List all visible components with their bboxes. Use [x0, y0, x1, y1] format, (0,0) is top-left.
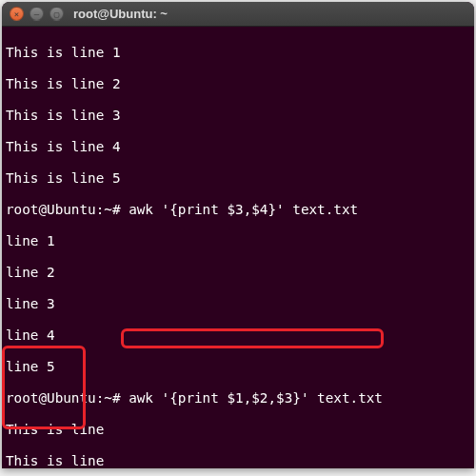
prompt-path: ~: [104, 202, 112, 217]
prompt-symbol: #: [112, 390, 121, 406]
output-line: This is line: [6, 422, 470, 438]
window-controls: × – ▢: [10, 7, 64, 21]
prompt-line: root@Ubuntu:~# awk '{print $1,$2,$3}' te…: [6, 390, 470, 407]
prompt-symbol: #: [112, 202, 121, 217]
prompt-path: ~: [104, 390, 112, 406]
terminal-window: × – ▢ root@Ubuntu: ~ This is line 1 This…: [2, 2, 474, 468]
maximize-icon[interactable]: ▢: [50, 7, 64, 21]
prompt-line: root@Ubuntu:~# awk '{print $3,$4}' text.…: [6, 202, 470, 218]
prompt-user: root@Ubuntu: [6, 390, 96, 406]
output-line: This is line 4: [6, 139, 470, 155]
output-line: line 1: [6, 233, 470, 249]
output-line: This is line 1: [6, 45, 470, 61]
output-line: This is line: [6, 453, 470, 469]
titlebar[interactable]: × – ▢ root@Ubuntu: ~: [2, 2, 474, 27]
prompt-user: root@Ubuntu: [6, 202, 96, 217]
command-text: awk '{print $1,$2,$3}' text.txt: [129, 390, 383, 406]
window-title: root@Ubuntu: ~: [73, 7, 168, 21]
output-line: line 4: [6, 327, 470, 344]
output-line: line 2: [6, 265, 470, 281]
terminal-body[interactable]: This is line 1 This is line 2 This is li…: [2, 27, 474, 468]
output-line: line 5: [6, 359, 470, 375]
output-line: This is line 3: [6, 108, 470, 124]
output-line: This is line 2: [6, 76, 470, 92]
close-icon[interactable]: ×: [10, 7, 24, 21]
command-text: awk '{print $3,$4}' text.txt: [129, 202, 358, 217]
minimize-icon[interactable]: –: [30, 7, 44, 21]
output-line: line 3: [6, 296, 470, 312]
output-line: This is line 5: [6, 170, 470, 187]
